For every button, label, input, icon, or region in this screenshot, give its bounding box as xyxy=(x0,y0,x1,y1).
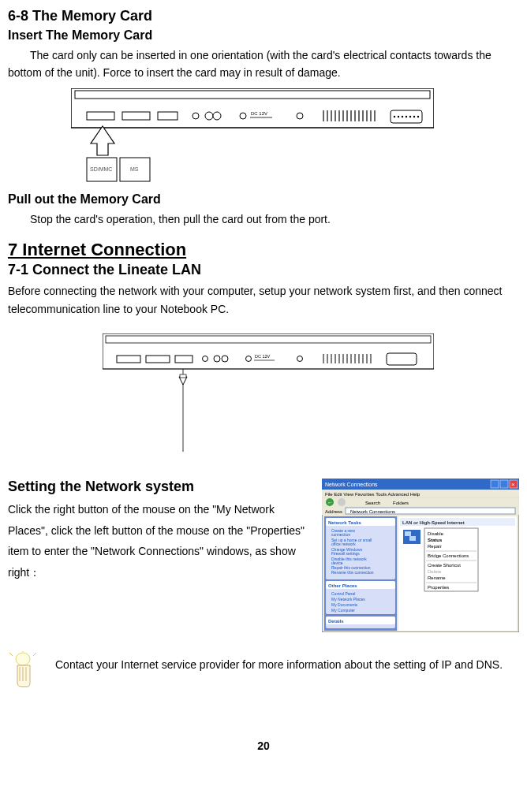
svg-point-32 xyxy=(417,116,419,117)
svg-text:Search: Search xyxy=(365,501,380,505)
pull-out-text: Stop the card's operation, then pull the… xyxy=(8,210,519,228)
svg-text:Control Panel: Control Panel xyxy=(331,591,355,596)
svg-text:Address: Address xyxy=(325,509,342,514)
insert-memory-card-text: The card only can be inserted in one ori… xyxy=(8,47,519,82)
pull-out-title: Pull out the Memory Card xyxy=(8,192,519,207)
svg-point-10 xyxy=(297,113,303,119)
svg-text:Firewall settings: Firewall settings xyxy=(331,551,360,556)
svg-rect-2 xyxy=(87,112,114,120)
svg-rect-38 xyxy=(117,356,140,363)
svg-text:office network: office network xyxy=(331,542,356,546)
svg-text:LAN or High-Speed Internet: LAN or High-Speed Internet xyxy=(402,520,465,525)
svg-point-42 xyxy=(214,356,220,362)
svg-point-5 xyxy=(192,113,199,119)
svg-text:Rename this connection: Rename this connection xyxy=(331,570,374,575)
svg-point-27 xyxy=(398,116,399,117)
svg-text:Network Tasks: Network Tasks xyxy=(328,520,362,525)
laptop-side-diagram-2: DC 12V xyxy=(103,333,519,463)
setting-network-text: Click the right button of the mouse on t… xyxy=(8,499,310,583)
svg-text:My Network Places: My Network Places xyxy=(331,597,365,602)
insert-memory-card-title: Insert The Memory Card xyxy=(8,28,519,43)
ms-label: MS xyxy=(130,166,139,172)
svg-text:Network Connections: Network Connections xyxy=(350,509,395,514)
svg-point-43 xyxy=(222,356,228,362)
svg-text:Network Connections: Network Connections xyxy=(325,482,378,487)
svg-point-44 xyxy=(246,356,252,361)
sd-mmc-label: SD/MMC xyxy=(90,166,112,172)
svg-rect-4 xyxy=(158,112,178,120)
svg-rect-37 xyxy=(106,336,431,343)
svg-text:Disable: Disable xyxy=(428,531,444,536)
svg-point-47 xyxy=(297,356,303,361)
svg-point-31 xyxy=(413,116,415,117)
svg-point-30 xyxy=(409,116,411,117)
svg-line-128 xyxy=(9,653,13,656)
section-6-8-title: 6-8 The Memory Card xyxy=(8,8,519,24)
hand-note-icon xyxy=(8,651,36,692)
svg-text:My Computer: My Computer xyxy=(331,608,355,613)
svg-text:Properties: Properties xyxy=(428,585,449,590)
svg-point-8 xyxy=(240,113,246,119)
svg-point-26 xyxy=(394,116,395,117)
svg-text:Repair: Repair xyxy=(428,544,442,549)
svg-point-41 xyxy=(203,356,208,361)
svg-point-7 xyxy=(213,112,221,120)
svg-text:Delete: Delete xyxy=(428,569,442,574)
svg-rect-40 xyxy=(175,356,192,363)
dc-label-text: DC 12V xyxy=(251,111,267,116)
svg-rect-75 xyxy=(322,497,519,507)
svg-rect-72 xyxy=(491,480,499,488)
svg-text:×: × xyxy=(511,481,515,488)
svg-point-78 xyxy=(338,498,346,506)
svg-point-6 xyxy=(205,112,213,120)
network-connections-screenshot: Network Connections × File Edit View Fav… xyxy=(322,479,519,635)
svg-point-29 xyxy=(406,116,407,117)
svg-point-28 xyxy=(402,116,403,117)
svg-text:connection: connection xyxy=(331,532,350,537)
laptop-side-diagram-1: DC 12V SD/MMC MS xyxy=(71,88,519,186)
svg-rect-113 xyxy=(405,531,411,536)
svg-line-129 xyxy=(33,653,36,656)
svg-text:Bridge Connections: Bridge Connections xyxy=(428,553,469,558)
page-number: 20 xyxy=(8,739,519,752)
svg-text:My Documents: My Documents xyxy=(331,602,358,607)
svg-marker-63 xyxy=(179,377,187,385)
chapter-7-title: 7 Internet Connection xyxy=(8,240,519,260)
svg-text:Rename: Rename xyxy=(428,575,446,580)
section-7-1-text: Before connecting the network with your … xyxy=(8,282,519,318)
svg-text:Folders: Folders xyxy=(393,501,409,505)
svg-marker-33 xyxy=(91,126,114,155)
svg-text:←: ← xyxy=(327,500,333,505)
setting-network-title: Setting the Network system xyxy=(8,479,310,495)
svg-rect-65 xyxy=(180,374,186,378)
svg-point-127 xyxy=(16,653,30,665)
svg-text:Details: Details xyxy=(328,619,344,624)
svg-text:Create Shortcut: Create Shortcut xyxy=(428,563,461,568)
svg-rect-1 xyxy=(75,91,430,99)
section-7-1-title: 7-1 Connect the Lineate LAN xyxy=(8,262,519,278)
svg-rect-61 xyxy=(387,353,417,365)
svg-rect-39 xyxy=(146,356,170,363)
svg-rect-71 xyxy=(500,480,508,488)
svg-text:DC 12V: DC 12V xyxy=(255,354,271,359)
note-text: Contact your Internet service provider f… xyxy=(55,656,503,673)
svg-rect-114 xyxy=(409,536,416,541)
svg-text:Status: Status xyxy=(428,538,443,542)
svg-text:Other Places: Other Places xyxy=(328,583,357,588)
svg-rect-3 xyxy=(122,112,150,120)
svg-text:File  Edit  View  Favorites  T: File Edit View Favorites Tools Advanced … xyxy=(325,492,420,497)
